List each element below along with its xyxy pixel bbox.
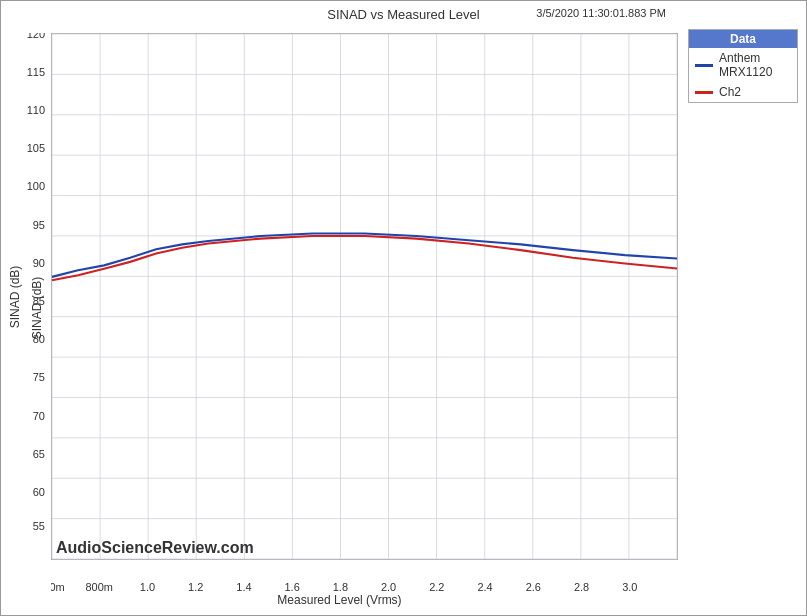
svg-text:65: 65 <box>33 448 45 460</box>
legend-header: Data <box>689 30 797 48</box>
legend-color-ch2 <box>695 91 713 94</box>
svg-text:1.2: 1.2 <box>188 581 203 593</box>
legend-label-ch1: Anthem MRX1120 <box>719 51 791 79</box>
svg-text:115: 115 <box>27 66 45 78</box>
svg-text:600m: 600m <box>51 581 65 593</box>
svg-text:2.0: 2.0 <box>381 581 396 593</box>
legend: Data Anthem MRX1120 Ch2 <box>688 29 798 103</box>
y-axis-label-container: SINAD (dB) <box>7 33 23 560</box>
legend-item-ch2: Ch2 <box>689 82 797 102</box>
svg-text:60: 60 <box>33 486 45 498</box>
svg-text:2.6: 2.6 <box>526 581 541 593</box>
x-axis-label: Measured Level (Vrms) <box>1 593 678 607</box>
svg-text:110: 110 <box>27 104 45 116</box>
chart-svg: .grid-line { stroke: #ccccdd; stroke-wid… <box>52 34 677 559</box>
chart-container: SINAD vs Measured Level 3/5/2020 11:30:0… <box>0 0 807 616</box>
svg-text:105: 105 <box>27 142 45 154</box>
svg-text:55: 55 <box>33 520 45 530</box>
svg-text:95: 95 <box>33 219 45 231</box>
legend-label-ch2: Ch2 <box>719 85 741 99</box>
chart-datetime: 3/5/2020 11:30:01.883 PM <box>536 7 666 19</box>
svg-text:2.2: 2.2 <box>429 581 444 593</box>
y-axis-label-text: SINAD (dB) <box>8 265 22 328</box>
chart-title: SINAD vs Measured Level <box>1 7 806 22</box>
svg-text:1.4: 1.4 <box>236 581 251 593</box>
svg-text:90: 90 <box>33 257 45 269</box>
plot-area: .grid-line { stroke: #ccccdd; stroke-wid… <box>51 33 678 560</box>
svg-text:75: 75 <box>33 371 45 383</box>
line-ch2 <box>52 236 677 280</box>
svg-text:2.8: 2.8 <box>574 581 589 593</box>
legend-item-ch1: Anthem MRX1120 <box>689 48 797 82</box>
svg-text:120: 120 <box>27 33 45 40</box>
svg-text:2.4: 2.4 <box>477 581 492 593</box>
svg-text:80: 80 <box>33 333 45 345</box>
watermark: AudioScienceReview.com <box>56 539 254 557</box>
svg-text:3.0: 3.0 <box>622 581 637 593</box>
svg-text:85: 85 <box>33 295 45 307</box>
legend-color-ch1 <box>695 64 713 67</box>
svg-text:1.0: 1.0 <box>140 581 155 593</box>
svg-text:800m: 800m <box>86 581 113 593</box>
svg-text:100: 100 <box>27 180 45 192</box>
svg-text:1.8: 1.8 <box>333 581 348 593</box>
line-ch1 <box>52 233 677 276</box>
svg-text:1.6: 1.6 <box>285 581 300 593</box>
svg-text:70: 70 <box>33 410 45 422</box>
